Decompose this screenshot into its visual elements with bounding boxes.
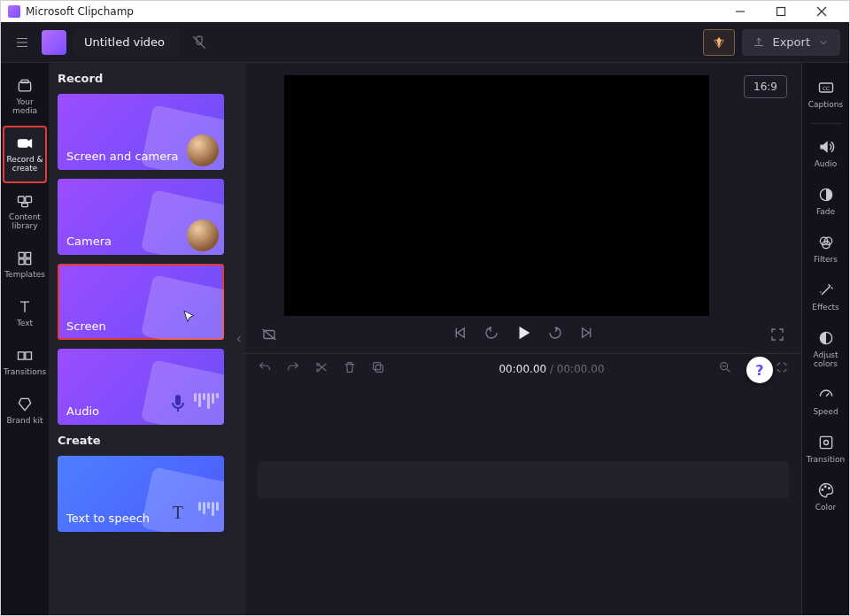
prop-label: Transition (807, 455, 846, 464)
prop-speed[interactable]: Speed (804, 379, 848, 427)
prop-label: Fade (816, 207, 835, 216)
export-button[interactable]: Export (742, 29, 840, 56)
prop-transition[interactable]: Transition (804, 427, 848, 474)
svg-point-46 (828, 488, 830, 489)
svg-rect-17 (26, 259, 31, 265)
card-label: Text to speech (66, 512, 150, 525)
prop-effects[interactable]: Effects (804, 274, 848, 322)
nav-text[interactable]: Text (3, 289, 47, 338)
prop-label: Filters (814, 255, 838, 264)
prop-fade[interactable]: Fade (804, 179, 848, 227)
nav-label: Templates (4, 270, 45, 279)
timeline-track[interactable] (258, 461, 789, 498)
prop-label: Captions (808, 100, 843, 109)
preview-stage[interactable] (284, 75, 709, 316)
zoom-out-button[interactable] (718, 360, 732, 377)
skip-end-button[interactable] (579, 325, 595, 344)
project-title-input[interactable]: Untitled video (73, 29, 180, 56)
split-button[interactable] (314, 360, 328, 377)
nav-label: Transitions (4, 367, 46, 376)
aspect-ratio-label: 16:9 (753, 81, 777, 93)
help-button[interactable]: ? (746, 357, 773, 383)
avatar-icon (187, 135, 219, 166)
delete-button[interactable] (343, 360, 357, 377)
nav-transitions[interactable]: Transitions (3, 338, 47, 387)
play-button[interactable] (515, 325, 531, 344)
window-minimize-button[interactable] (720, 1, 761, 22)
panel-section-create: Create (58, 434, 224, 447)
prop-label: Speed (813, 407, 838, 416)
prop-filters[interactable]: Filters (804, 227, 848, 274)
window-close-button[interactable] (801, 1, 842, 22)
undo-button[interactable] (258, 360, 272, 377)
svg-rect-18 (19, 352, 25, 359)
svg-point-24 (317, 363, 320, 366)
svg-rect-27 (374, 363, 381, 370)
card-audio[interactable]: Audio (58, 349, 224, 425)
prop-audio[interactable]: Audio (804, 131, 848, 179)
fit-zoom-button[interactable] (775, 360, 789, 377)
collapse-panel-button[interactable] (233, 63, 245, 615)
text-icon: T (173, 503, 183, 523)
left-nav-rail: Your media Record & create Content libra… (1, 63, 49, 615)
svg-text:CC: CC (822, 86, 829, 91)
card-camera[interactable]: Camera (58, 179, 224, 255)
window-titlebar: Microsoft Clipchamp (1, 1, 849, 22)
duplicate-button[interactable] (371, 360, 385, 377)
svg-rect-9 (21, 80, 28, 82)
prop-captions[interactable]: CC Captions (804, 72, 848, 119)
prop-label: Effects (812, 303, 839, 312)
right-property-rail: CC Captions Audio Fade Filters Effects (801, 63, 849, 615)
prop-color[interactable]: Color (804, 474, 848, 522)
card-label: Audio (66, 404, 99, 418)
nav-templates[interactable]: Templates (3, 241, 47, 289)
playback-controls (245, 316, 801, 353)
nav-content-library[interactable]: Content library (3, 183, 47, 241)
cursor-icon (182, 309, 197, 327)
microphone-icon (167, 392, 189, 416)
fullscreen-button[interactable] (769, 327, 785, 346)
nav-label: Text (17, 319, 33, 327)
waveform-icon (194, 393, 219, 409)
nav-record-create[interactable]: Record & create (3, 126, 47, 183)
nav-label: Content library (6, 212, 43, 230)
skip-back-button[interactable] (483, 325, 499, 344)
nav-brand-kit[interactable]: Brand kit (3, 387, 47, 435)
nav-label: Record & create (6, 155, 43, 173)
remove-watermark-icon[interactable] (261, 327, 277, 346)
nav-label: Your media (6, 97, 43, 115)
menu-button[interactable] (10, 30, 35, 55)
record-panel: Record Screen and camera Camera Screen (49, 63, 233, 615)
svg-rect-1 (777, 8, 785, 16)
time-readout: 00:00.00 / 00:00.00 (399, 363, 704, 375)
timeline-area[interactable] (245, 383, 801, 615)
prop-adjust-colors[interactable]: Adjust colors (804, 322, 848, 379)
card-screen[interactable]: Screen (58, 264, 224, 340)
skip-start-button[interactable] (452, 325, 468, 344)
nav-your-media[interactable]: Your media (3, 68, 47, 126)
svg-rect-10 (19, 140, 28, 147)
svg-line-7 (193, 36, 205, 49)
svg-rect-20 (175, 395, 181, 405)
total-duration: 00:00.00 (557, 363, 605, 375)
svg-rect-8 (19, 82, 30, 91)
app-icon (8, 5, 20, 18)
window-maximize-button[interactable] (761, 1, 801, 22)
aspect-ratio-button[interactable]: 16:9 (744, 75, 787, 98)
svg-rect-26 (375, 365, 382, 372)
window-title: Microsoft Clipchamp (26, 5, 134, 18)
clipchamp-logo (42, 30, 66, 55)
export-label: Export (772, 35, 810, 49)
redo-button[interactable] (286, 360, 300, 377)
card-screen-and-camera[interactable]: Screen and camera (58, 94, 224, 170)
avatar-icon (187, 219, 219, 251)
help-label: ? (755, 362, 763, 379)
card-text-to-speech[interactable]: T Text to speech (58, 456, 224, 532)
project-title-text: Untitled video (84, 35, 165, 49)
premium-button[interactable] (703, 29, 735, 56)
card-label: Camera (66, 235, 112, 248)
svg-rect-14 (19, 252, 24, 258)
svg-point-44 (822, 489, 823, 490)
svg-point-45 (824, 486, 826, 488)
skip-forward-button[interactable] (547, 325, 563, 344)
